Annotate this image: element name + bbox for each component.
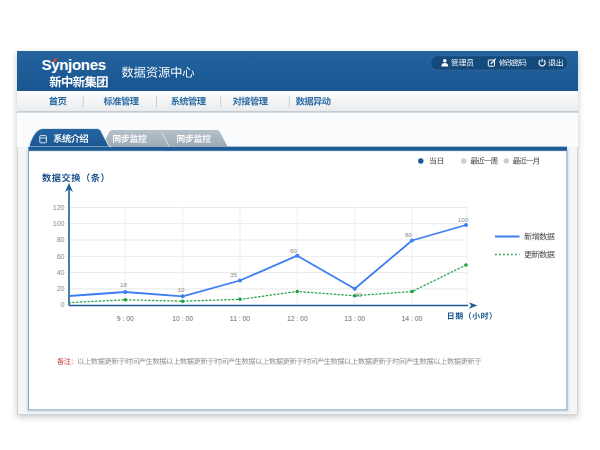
svg-text:Synjones: Synjones [42,56,106,73]
svg-text:11 : 00: 11 : 00 [230,315,251,322]
svg-text:12 : 00: 12 : 00 [287,315,308,322]
svg-text:100: 100 [458,216,469,223]
svg-text:10: 10 [178,286,185,293]
svg-text:80: 80 [57,236,65,243]
svg-text:60: 60 [290,247,297,254]
svg-text:100: 100 [53,220,65,227]
svg-text:80: 80 [405,231,412,238]
svg-text:18: 18 [120,281,127,288]
svg-text:20: 20 [57,285,65,292]
svg-text:60: 60 [57,253,65,260]
svg-text:35: 35 [230,271,237,278]
svg-text:0: 0 [61,301,65,308]
svg-text:13 : 00: 13 : 00 [344,315,365,322]
svg-text:14 : 00: 14 : 00 [402,315,423,322]
svg-text:20: 20 [355,291,362,298]
svg-text:9 : 00: 9 : 00 [117,315,134,322]
svg-text:120: 120 [53,204,65,211]
svg-text:10 : 00: 10 : 00 [172,315,193,322]
svg-text:40: 40 [57,269,65,276]
